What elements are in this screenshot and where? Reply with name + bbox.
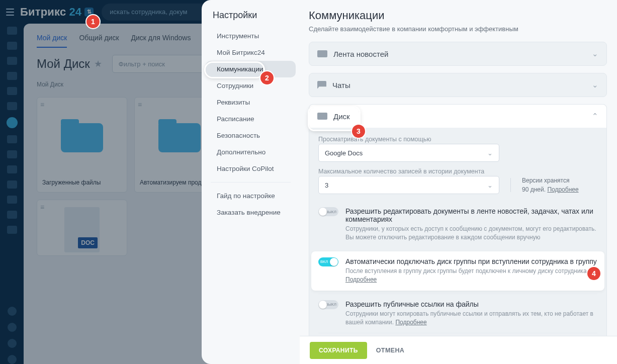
- setting-more-link[interactable]: Подробнее: [395, 319, 426, 326]
- settings-nav-item[interactable]: Безопасность: [206, 127, 296, 144]
- cancel-button[interactable]: ОТМЕНА: [376, 347, 405, 354]
- settings-help-item[interactable]: Гайд по настройке: [206, 188, 296, 204]
- setting-desc: Сотрудники, у которых есть доступ к сооб…: [345, 225, 597, 242]
- versions-more-link[interactable]: Подробнее: [547, 186, 578, 193]
- chevron-down-icon: ⌄: [487, 181, 493, 189]
- versions-line1: Версии хранятся: [522, 176, 579, 185]
- viewer-value: Google Docs: [325, 149, 363, 157]
- settings-nav-item[interactable]: Инструменты: [206, 28, 296, 44]
- setting-title: Разрешить редактировать документы в лент…: [345, 207, 597, 223]
- disk-icon: [317, 113, 327, 120]
- annotation-4: 4: [587, 267, 600, 280]
- section-disk: Диск ⌃ Просматривать документы с помощью…: [309, 104, 607, 364]
- toggle[interactable]: ВКЛ: [318, 257, 338, 266]
- versions-info: Версии хранятся 90 дней. Подробнее: [522, 176, 579, 194]
- annotation-3: 3: [352, 125, 365, 138]
- annotation-2: 2: [260, 71, 274, 84]
- settings-nav-item[interactable]: Дополнительно: [206, 144, 296, 160]
- settings-nav-item[interactable]: Настройки CoPilot: [206, 160, 296, 177]
- history-select[interactable]: 3 ⌄: [318, 176, 499, 194]
- settings-nav-item[interactable]: Расписание: [206, 111, 296, 127]
- toggle[interactable]: ВЫКЛ: [318, 207, 338, 216]
- chat-icon: [317, 81, 326, 89]
- settings-nav-item[interactable]: Сотрудники: [206, 77, 296, 94]
- toggle[interactable]: ВЫКЛ: [318, 300, 338, 309]
- setting-desc: Сотрудники могут копировать публичные сс…: [345, 310, 597, 327]
- settings-panel: Настройки ИнструментыМой Битрикс24Коммун…: [202, 0, 617, 364]
- save-button[interactable]: СОХРАНИТЬ: [310, 342, 367, 359]
- settings-nav-item[interactable]: Коммуникации: [206, 61, 296, 77]
- section-feed-label: Лента новостей: [333, 50, 388, 58]
- setting-title: Автоматически подключать диск группы при…: [345, 257, 597, 265]
- setting-desc: После вступления в группу диск группы бу…: [345, 267, 597, 285]
- setting-row: ВЫКЛРазрешить публичные ссылки на файлыС…: [318, 294, 597, 333]
- setting-row: ВЫКЛРазрешить редактировать документы в …: [318, 201, 597, 248]
- page-subtitle: Сделайте взаимодействие в компании комфо…: [309, 25, 607, 33]
- section-disk-header[interactable]: Диск ⌃: [309, 105, 606, 128]
- section-disk-label: Диск: [333, 112, 350, 121]
- page-heading: Коммуникации: [309, 9, 607, 22]
- annotation-1: 1: [86, 15, 100, 28]
- chevron-down-icon: ⌄: [592, 49, 598, 58]
- settings-nav-item[interactable]: Мой Битрикс24: [206, 44, 296, 61]
- chevron-down-icon: ⌄: [487, 149, 493, 157]
- chevron-up-icon: ⌃: [592, 112, 598, 121]
- chevron-down-icon: ⌄: [592, 80, 598, 89]
- history-label: Максимальное количество записей в истори…: [318, 168, 597, 175]
- feed-icon: [317, 50, 327, 57]
- viewer-select[interactable]: Google Docs ⌄: [318, 144, 499, 162]
- setting-row: ВКЛАвтоматически подключать диск группы …: [311, 251, 604, 291]
- section-chats[interactable]: Чаты ⌄: [309, 73, 606, 97]
- settings-title: Настройки: [202, 7, 300, 28]
- section-feed[interactable]: Лента новостей ⌄: [309, 42, 606, 65]
- settings-help-item[interactable]: Заказать внедрение: [206, 204, 296, 221]
- settings-nav-item[interactable]: Реквизиты: [206, 94, 296, 111]
- setting-title: Разрешить публичные ссылки на файлы: [345, 300, 597, 308]
- setting-more-link[interactable]: Подробнее: [345, 276, 377, 283]
- section-chats-label: Чаты: [332, 81, 350, 89]
- history-value: 3: [325, 181, 328, 189]
- versions-line2: 90 дней.: [522, 186, 546, 193]
